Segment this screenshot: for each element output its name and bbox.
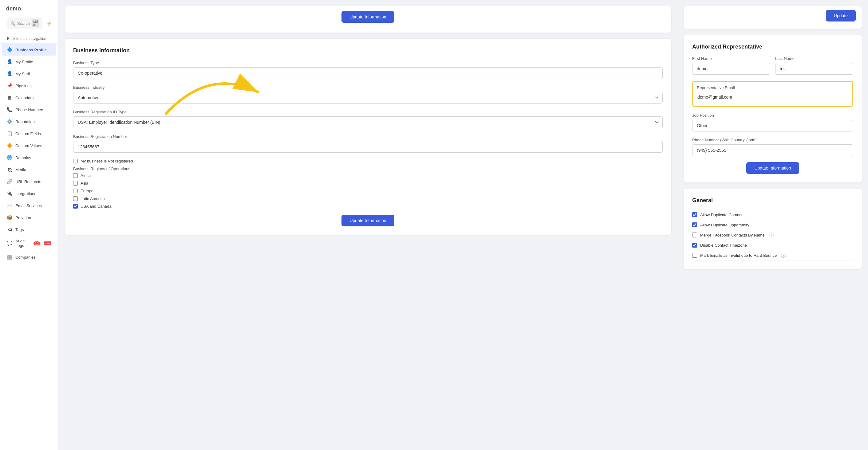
general-item-label: Merge Facebook Contacts By Name xyxy=(700,233,765,237)
not-registered-label: My business is Not registered xyxy=(81,159,133,163)
sidebar-item-calendars[interactable]: 🗓 Calendars xyxy=(2,92,56,103)
first-name-label: First Name xyxy=(692,56,770,61)
regions-group: Business Regions of Operations Africa As… xyxy=(73,166,663,208)
rep-update-information-button[interactable]: Update Information xyxy=(746,162,799,174)
main-content: Update Information Business Information … xyxy=(58,0,868,450)
business-industry-label: Business Industry xyxy=(73,85,663,90)
sidebar-item-providers[interactable]: 📦 Providers xyxy=(2,212,56,223)
sidebar-item-label: Domains xyxy=(16,155,31,160)
phone-group: Phone Number (With Country Code) xyxy=(692,138,853,156)
reg-number-input[interactable] xyxy=(73,141,663,153)
business-type-input[interactable] xyxy=(73,67,663,79)
region-checkbox-africa[interactable] xyxy=(73,173,78,178)
sidebar-item-integrations[interactable]: 🔌 Integrations xyxy=(2,188,56,199)
rep-email-highlighted: Representative Email xyxy=(692,81,853,107)
chevron-left-icon: ‹ xyxy=(4,37,5,41)
bottom-update-information-button[interactable]: Update Information xyxy=(341,215,394,226)
general-checkbox[interactable] xyxy=(692,253,697,258)
general-item-allow-duplicate-opportunity: Allow Duplicate Opportunity xyxy=(692,220,853,230)
sidebar-item-my-staff[interactable]: 👤 My Staff xyxy=(2,68,56,79)
sidebar-item-label: Tags xyxy=(16,227,24,232)
sidebar-item-reputation[interactable]: ⚙️ Reputation xyxy=(2,116,56,127)
sidebar-item-email-services[interactable]: ✉️ Email Services xyxy=(2,200,56,211)
name-row: First Name Last Name xyxy=(692,56,853,81)
rep-email-input[interactable] xyxy=(697,92,849,102)
general-item-disable-contact-timezone: Disable Contact Timezone xyxy=(692,240,853,250)
url-redirects-icon: 🔗 xyxy=(7,179,12,184)
right-top-update-button[interactable]: Update xyxy=(826,10,856,22)
general-checkbox[interactable] xyxy=(692,212,697,217)
job-position-group: Job Position xyxy=(692,113,853,131)
back-nav-label: Back to main navigation xyxy=(7,37,46,41)
sidebar-item-label: Companies xyxy=(16,255,36,260)
top-update-information-button[interactable]: Update Information xyxy=(341,11,394,23)
sidebar-item-label: Media xyxy=(16,167,26,172)
region-checkbox-asia[interactable] xyxy=(73,181,78,186)
top-update-btn-row: Update Information xyxy=(73,11,663,28)
sidebar: demo 🔍 Search ctrl K ⚡ ‹ Back to main na… xyxy=(0,0,58,450)
last-name-input[interactable] xyxy=(775,63,853,75)
business-industry-group: Business Industry Automotive xyxy=(73,85,663,103)
sidebar-item-label: Custom Fields xyxy=(16,131,41,136)
custom-values-icon: 🔶 xyxy=(7,143,12,148)
not-registered-checkbox[interactable] xyxy=(73,159,78,163)
last-name-label: Last Name xyxy=(775,56,853,61)
general-item-label: Allow Duplicate Opportunity xyxy=(700,223,749,227)
my-profile-icon: 👤 xyxy=(7,59,12,65)
search-shortcut: ctrl K xyxy=(32,19,39,27)
bottom-update-btn-row: Update Information xyxy=(73,215,663,226)
region-checkbox-europe[interactable] xyxy=(73,189,78,193)
sidebar-item-label: Business Profile xyxy=(16,47,47,52)
region-label: Latin America xyxy=(81,196,105,201)
flash-icon[interactable]: ⚡ xyxy=(46,21,52,26)
sidebar-item-custom-fields[interactable]: 📋 Custom Fields xyxy=(2,128,56,139)
first-name-group: First Name xyxy=(692,56,770,75)
tags-icon: 🏷 xyxy=(7,227,12,232)
sidebar-item-label: URL Redirects xyxy=(16,180,41,184)
sidebar-item-media[interactable]: 🖼 Media xyxy=(2,164,56,175)
sidebar-item-custom-values[interactable]: 🔶 Custom Values xyxy=(2,140,56,152)
region-checkbox-usa-and-canada[interactable] xyxy=(73,204,78,208)
reg-id-type-select[interactable]: USA: Employer Identification Number (EIN… xyxy=(73,117,663,128)
search-icon: 🔍 xyxy=(10,21,16,26)
badge-new-audit-logs: new xyxy=(44,242,51,245)
audit-logs-icon: 💬 xyxy=(7,240,12,246)
info-icon: i xyxy=(769,232,774,237)
sidebar-item-label: Phone Numbers xyxy=(16,107,44,112)
sidebar-item-label: Reputation xyxy=(16,120,35,124)
sidebar-item-companies[interactable]: 🏢 Companies xyxy=(2,251,56,263)
integrations-icon: 🔌 xyxy=(7,191,12,196)
sidebar-item-label: My Profile xyxy=(16,60,33,64)
sidebar-item-url-redirects[interactable]: 🔗 URL Redirects xyxy=(2,176,56,187)
regions-label: Business Regions of Operations xyxy=(73,166,663,171)
sidebar-item-my-profile[interactable]: 👤 My Profile xyxy=(2,56,56,68)
general-checkbox[interactable] xyxy=(692,243,697,248)
general-checkbox[interactable] xyxy=(692,232,697,237)
sidebar-item-tags[interactable]: 🏷 Tags xyxy=(2,224,56,235)
custom-fields-icon: 📋 xyxy=(7,131,12,136)
companies-icon: 🏢 xyxy=(7,254,12,260)
general-item-label: Disable Contact Timezone xyxy=(700,243,747,248)
region-checkbox-latin-america[interactable] xyxy=(73,196,78,201)
business-type-group: Business Type xyxy=(73,61,663,79)
sidebar-item-phone-numbers[interactable]: 📞 Phone Numbers xyxy=(2,104,56,116)
sidebar-item-audit-logs[interactable]: 💬 Audit Logs 10 new xyxy=(2,235,56,251)
sidebar-item-label: Pipelines xyxy=(16,84,32,88)
business-industry-select[interactable]: Automotive xyxy=(73,92,663,103)
business-info-title: Business Information xyxy=(73,47,663,54)
authorized-rep-title: Authorized Representative xyxy=(692,43,853,50)
sidebar-item-domains[interactable]: 🌐 Domains xyxy=(2,152,56,163)
sidebar-item-pipelines[interactable]: 📌 Pipelines xyxy=(2,80,56,92)
region-row-asia: Asia xyxy=(73,181,663,186)
badge-audit-logs: 10 xyxy=(33,242,40,246)
search-bar[interactable]: 🔍 Search ctrl K xyxy=(7,18,42,29)
first-name-input[interactable] xyxy=(692,63,770,75)
region-row-usa-and-canada: USA and Canada xyxy=(73,204,663,208)
general-checkbox[interactable] xyxy=(692,222,697,227)
phone-input[interactable] xyxy=(692,144,853,156)
not-registered-row: My business is Not registered xyxy=(73,159,663,163)
reg-number-group: Business Registration Number xyxy=(73,134,663,153)
job-position-input[interactable] xyxy=(692,120,853,131)
sidebar-item-business-profile[interactable]: 🔷 Business Profile xyxy=(2,44,56,56)
back-navigation[interactable]: ‹ Back to main navigation xyxy=(0,34,58,43)
